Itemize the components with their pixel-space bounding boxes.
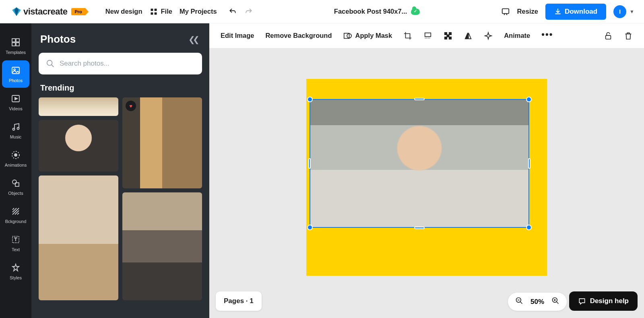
brand-text: vistacreate xyxy=(23,6,67,17)
remove-background-button[interactable]: Remove Background xyxy=(265,32,332,39)
zoom-out-button[interactable] xyxy=(515,297,523,307)
design-help-button[interactable]: Design help xyxy=(569,291,638,311)
shadow-button[interactable] xyxy=(423,31,432,40)
svg-rect-7 xyxy=(12,43,15,46)
rail-styles[interactable]: Styles xyxy=(2,258,29,285)
resize-handle-tr[interactable] xyxy=(526,97,532,102)
resize-edge-right[interactable] xyxy=(528,158,530,169)
brand-logo[interactable]: vistacreate Pro xyxy=(11,6,85,17)
present-button[interactable] xyxy=(501,7,510,16)
apps-icon xyxy=(150,8,158,16)
resize-edge-top[interactable] xyxy=(414,98,425,100)
photo-thumb[interactable] xyxy=(122,192,202,300)
resize-handle-br[interactable] xyxy=(526,225,532,230)
rail-photos[interactable]: Photos xyxy=(2,60,29,88)
music-icon xyxy=(10,122,21,132)
lock-button[interactable] xyxy=(604,31,613,40)
mask-icon xyxy=(343,31,352,40)
resize-handle-tl[interactable] xyxy=(307,97,313,102)
zoom-level[interactable]: 50% xyxy=(530,298,544,306)
transparency-button[interactable] xyxy=(444,31,452,40)
animate-button[interactable]: Animate xyxy=(504,32,530,39)
trash-icon xyxy=(624,31,633,40)
svg-rect-26 xyxy=(445,37,447,39)
rail-label: Styles xyxy=(10,275,22,280)
my-projects-button[interactable]: My Projects xyxy=(180,8,217,15)
rail-videos[interactable]: Videos xyxy=(2,89,29,116)
search-input[interactable] xyxy=(60,60,195,68)
canvas-stage[interactable]: Pages · 1 50% Design help xyxy=(209,48,644,318)
new-design-button[interactable]: New design xyxy=(105,8,142,15)
rail-label: Objects xyxy=(8,191,23,196)
zoom-in-button[interactable] xyxy=(551,297,559,307)
new-design-label: New design xyxy=(105,8,142,15)
flip-icon xyxy=(464,31,473,40)
resize-handle-bl[interactable] xyxy=(307,225,313,230)
rail-label: Videos xyxy=(9,106,22,111)
rail-text[interactable]: Text xyxy=(2,229,29,257)
crop-button[interactable] xyxy=(403,31,412,40)
text-icon xyxy=(10,234,21,245)
apply-mask-button[interactable]: Apply Mask xyxy=(343,31,392,40)
file-menu[interactable]: File xyxy=(150,8,172,16)
redo-button[interactable] xyxy=(244,8,253,16)
pro-badge: Pro xyxy=(71,8,85,15)
svg-rect-0 xyxy=(151,8,153,11)
unlock-icon xyxy=(604,31,613,40)
document-title[interactable]: Facebook Post 940x7... xyxy=(334,8,420,15)
search-icon xyxy=(46,59,55,68)
objects-icon xyxy=(10,178,21,188)
ai-button[interactable] xyxy=(484,31,493,40)
chat-icon xyxy=(578,297,586,305)
shadow-icon xyxy=(423,31,432,40)
zoom-in-icon xyxy=(551,297,559,305)
zoom-control: 50% xyxy=(508,293,567,311)
delete-button[interactable] xyxy=(624,31,633,40)
chevron-down-icon: ▼ xyxy=(630,9,634,14)
search-wrap xyxy=(39,53,202,74)
app-header: vistacreate Pro New design File My Proje… xyxy=(0,0,644,23)
rail-templates[interactable]: Templates xyxy=(2,32,29,60)
animations-icon xyxy=(10,150,21,160)
edit-image-button[interactable]: Edit Image xyxy=(221,32,254,39)
flip-button[interactable] xyxy=(464,31,473,40)
svg-rect-22 xyxy=(425,33,431,36)
svg-rect-2 xyxy=(151,12,153,14)
svg-point-12 xyxy=(13,128,15,130)
resize-edge-left[interactable] xyxy=(308,158,311,169)
artboard[interactable] xyxy=(306,79,547,276)
redo-icon xyxy=(244,8,253,16)
rail-animations[interactable]: Animations xyxy=(2,145,29,172)
photo-thumb[interactable] xyxy=(39,176,118,300)
rail-music[interactable]: Music xyxy=(2,117,29,144)
videos-icon xyxy=(10,93,21,104)
photo-thumb[interactable] xyxy=(39,120,118,171)
svg-rect-8 xyxy=(16,43,19,46)
templates-icon xyxy=(10,37,21,47)
svg-rect-1 xyxy=(154,8,157,11)
heart-icon[interactable]: ♥ xyxy=(126,101,136,111)
photo-thumb[interactable] xyxy=(39,97,118,116)
collapse-panel-button[interactable]: ❮❮ xyxy=(188,35,200,44)
rail-objects[interactable]: Objects xyxy=(2,173,29,200)
context-toolbar: Edit Image Remove Background Apply Mask … xyxy=(209,23,644,48)
nav-rail: Templates Photos Videos Music Animations… xyxy=(0,23,31,318)
svg-point-14 xyxy=(14,154,17,156)
main-layout: Templates Photos Videos Music Animations… xyxy=(0,23,644,318)
resize-button[interactable]: Resize xyxy=(517,8,538,15)
selected-image[interactable] xyxy=(310,99,529,228)
download-button[interactable]: Download xyxy=(545,4,606,20)
account-menu[interactable]: I ▼ xyxy=(613,5,634,18)
rail-label: Templates xyxy=(6,50,26,55)
crop-icon xyxy=(403,31,412,40)
rail-background[interactable]: Bckground xyxy=(2,201,29,229)
undo-button[interactable] xyxy=(228,8,237,16)
background-icon xyxy=(10,206,21,217)
pages-indicator[interactable]: Pages · 1 xyxy=(216,291,262,311)
sparkle-icon xyxy=(484,31,493,40)
resize-edge-bottom[interactable] xyxy=(414,227,425,229)
document-title-text: Facebook Post 940x7... xyxy=(334,8,407,15)
avatar: I xyxy=(613,5,626,18)
download-icon xyxy=(554,8,561,15)
photo-thumb[interactable]: ♥ xyxy=(122,97,202,188)
